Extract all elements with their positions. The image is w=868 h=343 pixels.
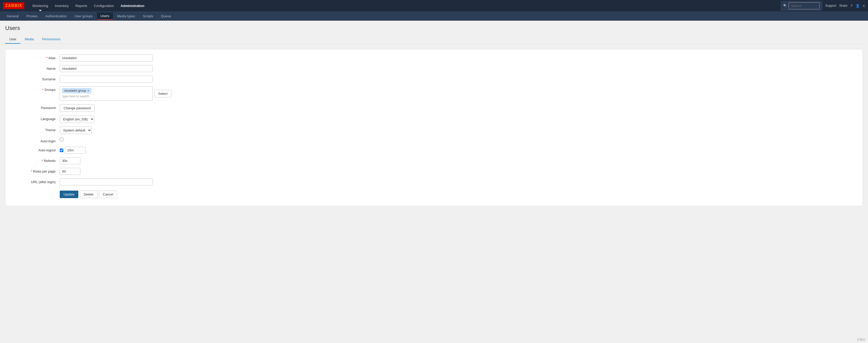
group-tag-label: cloudalert group — [64, 89, 86, 93]
language-label: Language — [13, 115, 60, 121]
rows-per-page-field — [60, 168, 81, 175]
password-field: Change password — [60, 104, 95, 112]
language-field: English (en_GB) — [60, 115, 94, 123]
search-box[interactable]: 🔍 — [781, 1, 822, 10]
logout-icon[interactable]: ⎋ — [863, 4, 865, 8]
url-input[interactable] — [60, 178, 153, 185]
group-tag[interactable]: cloudalert group ✕ — [62, 88, 91, 93]
rows-per-page-row: Rows per page — [13, 168, 855, 175]
refresh-label: Refresh — [13, 157, 60, 163]
nav-administration[interactable]: Administration — [118, 2, 148, 9]
surname-field — [60, 76, 153, 83]
refresh-input[interactable] — [60, 157, 81, 164]
theme-select[interactable]: System default — [60, 127, 92, 134]
search-icon: 🔍 — [783, 4, 787, 7]
change-password-button[interactable]: Change password — [60, 104, 95, 112]
groups-search-placeholder: type here to search — [62, 94, 151, 99]
alias-row: Alias — [13, 55, 855, 62]
url-row: URL (after login) — [13, 178, 855, 185]
search-input[interactable] — [788, 2, 820, 9]
form-container: Alias Name Surname Groups — [5, 49, 863, 206]
tab-user[interactable]: User — [5, 35, 21, 44]
top-nav-right: 🔍 Support Share ? 👤 ⎋ — [781, 1, 865, 10]
subnav-user-groups[interactable]: User groups — [71, 13, 96, 20]
page-content: Users User Media Permissions Alias Name … — [0, 21, 868, 210]
alias-field — [60, 55, 153, 62]
subnav-users[interactable]: Users — [97, 12, 113, 20]
delete-button[interactable]: Delete — [80, 191, 97, 198]
autologin-checkbox[interactable] — [60, 138, 63, 141]
subnav-general[interactable]: General — [3, 13, 22, 20]
name-label: Name — [13, 65, 60, 70]
password-label: Password — [13, 104, 60, 110]
sub-nav: General Proxies Authentication User grou… — [0, 11, 868, 21]
nav-inventory[interactable]: Inventory — [52, 2, 71, 9]
tab-permissions[interactable]: Permissions — [38, 35, 65, 44]
autologout-row: Auto-logout — [13, 147, 855, 154]
autologout-label: Auto-logout — [13, 147, 60, 152]
language-row: Language English (en_GB) — [13, 115, 855, 123]
refresh-row: Refresh — [13, 157, 855, 164]
tabs: User Media Permissions — [5, 35, 863, 44]
alias-label: Alias — [13, 55, 60, 60]
autologout-input[interactable] — [65, 147, 86, 154]
page-title: Users — [5, 25, 863, 32]
top-nav: ZABBIX Monitoring Inventory Reports Conf… — [0, 0, 868, 11]
name-row: Name — [13, 65, 855, 72]
logo-text: ZABBIX — [5, 3, 22, 8]
theme-field: System default — [60, 127, 92, 134]
logo[interactable]: ZABBIX — [3, 2, 24, 9]
cancel-button[interactable]: Cancel — [99, 191, 117, 198]
groups-row: Groups cloudalert group ✕ type here to s… — [13, 86, 855, 101]
select-button[interactable]: Select — [154, 90, 172, 97]
name-field — [60, 65, 153, 72]
refresh-field — [60, 157, 81, 164]
top-nav-links: Monitoring Inventory Reports Configurati… — [29, 2, 781, 9]
subnav-scripts[interactable]: Scripts — [139, 13, 157, 20]
name-input[interactable] — [60, 65, 153, 72]
autologout-field — [60, 147, 86, 154]
groups-label: Groups — [13, 86, 60, 92]
nav-reports[interactable]: Reports — [72, 2, 90, 9]
tab-media[interactable]: Media — [21, 35, 38, 44]
groups-tags: cloudalert group ✕ — [62, 88, 151, 94]
subnav-media-types[interactable]: Media types — [114, 13, 139, 20]
nav-monitoring[interactable]: Monitoring — [29, 2, 52, 9]
rows-per-page-label: Rows per page — [13, 168, 60, 173]
autologin-field — [60, 138, 63, 141]
surname-row: Surname — [13, 76, 855, 83]
theme-label: Theme — [13, 127, 60, 132]
autologout-checkbox[interactable] — [60, 148, 63, 152]
autologin-row: Auto-login — [13, 138, 855, 143]
nav-configuration[interactable]: Configuration — [91, 2, 117, 9]
groups-box[interactable]: cloudalert group ✕ type here to search — [60, 86, 153, 101]
groups-field: cloudalert group ✕ type here to search S… — [60, 86, 172, 101]
group-tag-remove[interactable]: ✕ — [87, 89, 89, 93]
form-actions: Update Delete Cancel — [60, 191, 855, 198]
url-field — [60, 178, 153, 185]
update-button[interactable]: Update — [60, 191, 78, 198]
surname-label: Surname — [13, 76, 60, 81]
subnav-proxies[interactable]: Proxies — [23, 13, 41, 20]
subnav-queue[interactable]: Queue — [157, 13, 175, 20]
autologin-label: Auto-login — [13, 138, 60, 143]
surname-input[interactable] — [60, 76, 153, 83]
theme-row: Theme System default — [13, 127, 855, 134]
rows-per-page-input[interactable] — [60, 168, 81, 175]
alias-input[interactable] — [60, 55, 153, 62]
help-icon[interactable]: ? — [851, 4, 852, 8]
password-row: Password Change password — [13, 104, 855, 112]
subnav-authentication[interactable]: Authentication — [42, 13, 70, 20]
user-icon[interactable]: 👤 — [856, 4, 860, 8]
url-label: URL (after login) — [13, 178, 60, 184]
support-link[interactable]: Support — [825, 4, 836, 7]
language-select[interactable]: English (en_GB) — [60, 115, 94, 123]
share-link[interactable]: Share — [839, 4, 847, 7]
